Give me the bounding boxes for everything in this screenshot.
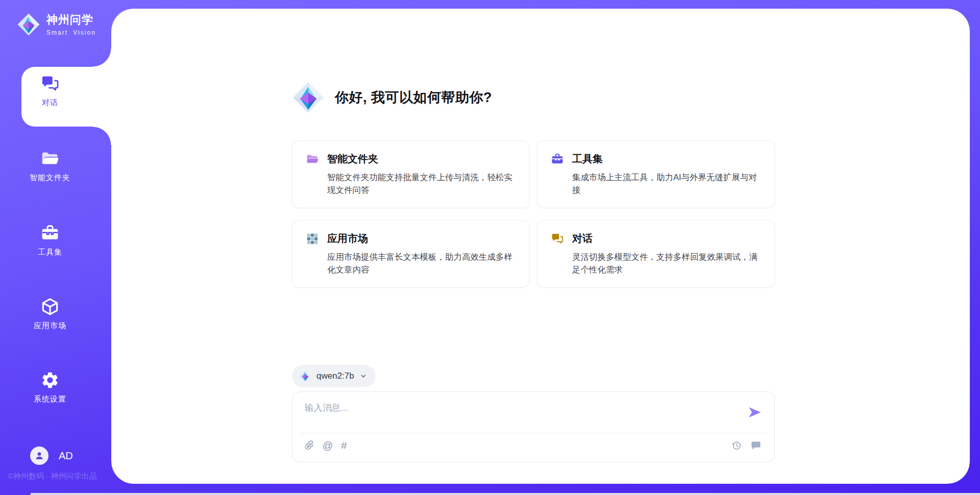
card-toolset[interactable]: 工具集 集成市场上主流工具，助力AI与外界无缝扩展与对接 [537,140,775,208]
card-title: 应用市场 [327,232,368,245]
chat-bubble-icon[interactable] [750,440,762,451]
user-account[interactable]: AD [30,447,73,465]
chat-icon [40,74,60,93]
feature-cards: 智能文件夹 智能文件夹功能支持批量文件上传与清洗，轻松实现文件问答 工具集 集成… [292,140,775,288]
sidebar-item-label: 应用市场 [34,321,66,331]
at-icon[interactable]: @ [323,440,333,451]
card-description: 应用市场提供丰富长文本模板，助力高效生成多样化文章内容 [306,251,516,276]
tab-curve-top [93,48,111,67]
message-composer: 输入消息... @ # [292,391,775,462]
brand: 神州问学 Smart Vision [17,12,96,36]
sidebar-item-label: 智能文件夹 [30,173,70,183]
sidebar-item-settings[interactable]: 系统设置 [9,370,91,404]
toolbox-icon [551,153,564,166]
sidebar-item-app-market[interactable]: 应用市场 [9,297,91,331]
card-title: 智能文件夹 [327,152,378,166]
model-selector[interactable]: qwen2:7b [292,365,376,387]
card-description: 智能文件夹功能支持批量文件上传与清洗，轻松实现文件问答 [306,171,516,196]
user-icon [34,450,45,461]
sidebar-item-chat[interactable]: 对话 [9,74,91,108]
avatar [30,447,48,465]
bottom-edge-strip [31,493,980,495]
sidebar-footer: ©神州数码 · 神州问学出品 [8,472,96,481]
chevron-down-icon [359,372,368,380]
brand-subtitle: Smart Vision [46,29,96,36]
folder-icon [40,149,60,168]
sidebar-item-label: 对话 [42,98,58,108]
toolbox-icon [40,224,60,243]
send-icon[interactable] [748,405,762,419]
card-title: 工具集 [572,152,603,166]
user-initials: AD [59,450,73,462]
diamond-logo-icon [299,370,311,382]
gear-icon [40,370,60,390]
card-description: 灵活切换多模型文件，支持多样回复效果调试，满足个性化需求 [551,251,761,276]
sidebar-item-label: 工具集 [38,247,62,257]
cube-icon [40,297,60,316]
card-title: 对话 [572,232,593,245]
model-name: qwen2:7b [316,371,354,381]
diamond-logo-icon [292,81,325,114]
folder-icon [306,153,319,166]
grid-icon [306,232,319,245]
chat-icon [551,232,564,245]
diamond-logo-icon [17,13,40,36]
welcome-header: 你好, 我可以如何帮助你? [292,81,492,114]
main-panel: 你好, 我可以如何帮助你? 智能文件夹 智能文件夹功能支持批量文件上传与清洗，轻… [111,9,970,484]
history-icon[interactable] [731,440,742,451]
card-chat[interactable]: 对话 灵活切换多模型文件，支持多样回复效果调试，满足个性化需求 [537,220,775,288]
tab-curve-bottom [93,127,111,145]
composer-divider [301,433,766,433]
card-smart-folder[interactable]: 智能文件夹 智能文件夹功能支持批量文件上传与清洗，轻松实现文件问答 [292,140,530,208]
card-app-market[interactable]: 应用市场 应用市场提供丰富长文本模板，助力高效生成多样化文章内容 [292,220,530,288]
brand-name: 神州问学 [46,12,96,28]
card-description: 集成市场上主流工具，助力AI与外界无缝扩展与对接 [551,171,761,196]
hash-icon[interactable]: # [341,440,347,451]
sidebar-item-smart-folder[interactable]: 智能文件夹 [9,149,91,183]
sidebar-item-toolset[interactable]: 工具集 [9,224,91,257]
sidebar-item-label: 系统设置 [34,394,66,404]
message-input[interactable]: 输入消息... [305,402,733,414]
paperclip-icon[interactable] [304,440,314,451]
welcome-title: 你好, 我可以如何帮助你? [335,88,492,107]
